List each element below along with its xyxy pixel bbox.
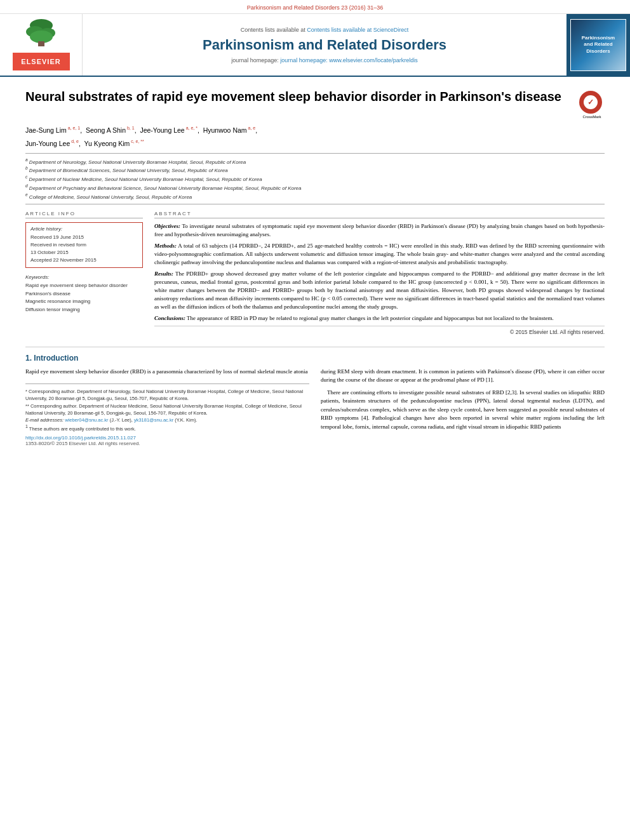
intro-col-left: Rapid eye movement sleep behavior disord… bbox=[25, 368, 309, 447]
abstract-results: Results: The PDRBD+ group showed decreas… bbox=[154, 270, 605, 311]
affiliation-a: a Department of Neurology, Seoul Nationa… bbox=[25, 157, 605, 166]
journal-reference: Parkinsonism and Related Disorders 23 (2… bbox=[247, 4, 384, 11]
issn-line: 1353-8020/© 2015 Elsevier Ltd. All right… bbox=[25, 441, 309, 446]
article-title-section: Neural substrates of rapid eye movement … bbox=[25, 88, 605, 116]
author-2: Seong A Shin bbox=[86, 126, 126, 134]
journal-url[interactable]: journal homepage: www.elsevier.com/locat… bbox=[280, 57, 418, 63]
footnote-1: 1 These authors are equally contributed … bbox=[25, 423, 309, 432]
keywords-box: Keywords: Rapid eye movement sleep behav… bbox=[25, 274, 143, 314]
affiliation-b: b Department of Biomedical Sciences, Seo… bbox=[25, 165, 605, 174]
corresponding-label: Corresponding bbox=[29, 389, 60, 394]
abstract-label: ABSTRACT bbox=[154, 211, 605, 218]
crossmark-badge[interactable]: ✓ CrossMark bbox=[579, 91, 605, 116]
elsevier-logo: ELSEVIER bbox=[13, 53, 70, 70]
objectives-label: Objectives: bbox=[154, 223, 180, 229]
history-revised-date: 13 October 2015 bbox=[30, 249, 138, 257]
footnote-starstar: ** Corresponding author. Department of N… bbox=[25, 403, 309, 417]
article-title: Neural substrates of rapid eye movement … bbox=[25, 88, 573, 105]
introduction-section: 1. Introduction Rapid eye movement sleep… bbox=[25, 347, 605, 447]
affiliation-d: d Department of Psychiatry and Behaviora… bbox=[25, 183, 605, 192]
history-title: Article history: bbox=[30, 226, 138, 232]
intro-para-2: during REM sleep with dream enactment. I… bbox=[321, 368, 605, 385]
intro-number: 1. bbox=[25, 354, 34, 363]
email-link-2[interactable]: yk3181@snu.ac.kr bbox=[134, 417, 173, 423]
methods-label: Methods: bbox=[154, 243, 177, 249]
abstract-column: ABSTRACT Objectives: To investigate neur… bbox=[154, 211, 605, 337]
author-1: Jae-Sung Lim bbox=[25, 126, 67, 134]
author-4: Hyunwoo Nam bbox=[203, 126, 247, 134]
intro-col-right: during REM sleep with dream enactment. I… bbox=[321, 368, 605, 447]
abstract-objectives: Objectives: To investigate neural substr… bbox=[154, 222, 605, 239]
author-6: Yu Kyeong Kim bbox=[84, 140, 130, 147]
keyword-2: Parkinson's disease bbox=[25, 290, 143, 298]
journal-header-right: Parkinsonismand RelatedDisorders bbox=[566, 14, 630, 76]
keyword-3: Magnetic resonance imaging bbox=[25, 298, 143, 306]
contents-available-line: Contents lists available at Contents lis… bbox=[241, 27, 409, 33]
doi-line[interactable]: http://dx.doi.org/10.1016/j.parkreldis.2… bbox=[25, 435, 309, 441]
introduction-body: Rapid eye movement sleep behavior disord… bbox=[25, 368, 605, 447]
sciencedirect-link[interactable]: Contents lists available at ScienceDirec… bbox=[307, 27, 408, 33]
copyright-line: © 2015 Elsevier Ltd. All rights reserved… bbox=[154, 326, 605, 336]
footnote-star: * Corresponding author. Department of Ne… bbox=[25, 388, 309, 403]
journal-cover-image: Parkinsonismand RelatedDisorders bbox=[570, 19, 626, 71]
results-label: Results: bbox=[154, 270, 173, 277]
footnote-emails: E-mail addresses: wieber04@snu.ac.kr (J.… bbox=[25, 417, 309, 423]
authors-line-2: Jun-Young Lee d, e, Yu Kyeong Kim c, e, … bbox=[25, 138, 605, 149]
author-5: Jun-Young Lee bbox=[25, 140, 70, 147]
history-revised-label: Received in revised form bbox=[30, 241, 138, 249]
article-info-column: ARTICLE INFO Article history: Received 1… bbox=[25, 211, 143, 337]
intro-para-3: There are continuing efforts to investig… bbox=[321, 389, 605, 432]
journal-header-left: ELSEVIER bbox=[0, 14, 83, 76]
article-info-abstract-section: ARTICLE INFO Article history: Received 1… bbox=[25, 211, 605, 337]
intro-text-right: during REM sleep with dream enactment. I… bbox=[321, 368, 605, 432]
keywords-title: Keywords: bbox=[25, 274, 143, 280]
affiliations: a Department of Neurology, Seoul Nationa… bbox=[25, 153, 605, 204]
journal-homepage-line: journal homepage: journal homepage: www.… bbox=[231, 57, 418, 63]
authors-line: Jae-Sung Lim a, e, 1, Seong A Shin b, 1,… bbox=[25, 125, 605, 135]
journal-header-center: Contents lists available at Contents lis… bbox=[83, 14, 566, 76]
crossmark-label: CrossMark bbox=[579, 115, 605, 119]
elsevier-tree-icon bbox=[19, 19, 64, 48]
history-accepted: Accepted 22 November 2015 bbox=[30, 257, 138, 264]
abstract-conclusions: Conclusions: The appearance of RBD in PD… bbox=[154, 314, 605, 323]
journal-header: ELSEVIER Contents lists available at Con… bbox=[0, 14, 630, 77]
top-bar: Parkinsonism and Related Disorders 23 (2… bbox=[0, 0, 630, 14]
keyword-1: Rapid eye movement sleep behavior disord… bbox=[25, 282, 143, 290]
intro-text-left: Rapid eye movement sleep behavior disord… bbox=[25, 368, 309, 377]
author-3: Jee-Young Lee bbox=[140, 126, 184, 134]
abstract-methods: Methods: A total of 63 subjects (14 PDRB… bbox=[154, 242, 605, 267]
footnotes-area: * Corresponding author. Department of Ne… bbox=[25, 383, 309, 446]
crossmark-icon: ✓ bbox=[579, 91, 602, 114]
keyword-4: Diffusion tensor imaging bbox=[25, 306, 143, 314]
history-received: Received 19 June 2015 bbox=[30, 234, 138, 241]
journal-title: Parkinsonism and Related Disorders bbox=[203, 37, 446, 53]
intro-heading: Introduction bbox=[34, 354, 78, 363]
conclusions-label: Conclusions: bbox=[154, 315, 185, 321]
article-history-box: Article history: Received 19 June 2015 R… bbox=[25, 222, 143, 268]
svg-rect-4 bbox=[38, 41, 44, 46]
main-content: Neural substrates of rapid eye movement … bbox=[0, 77, 630, 453]
affiliation-c: c Department of Nuclear Medicine, Seoul … bbox=[25, 174, 605, 183]
article-info-label: ARTICLE INFO bbox=[25, 211, 143, 218]
abstract-text: Objectives: To investigate neural substr… bbox=[154, 222, 605, 337]
email-link-1[interactable]: wieber04@snu.ac.kr bbox=[65, 417, 108, 423]
intro-para-1: Rapid eye movement sleep behavior disord… bbox=[25, 368, 309, 377]
affiliation-e: e College of Medicine, Seoul National Un… bbox=[25, 192, 605, 201]
introduction-title: 1. Introduction bbox=[25, 354, 605, 363]
